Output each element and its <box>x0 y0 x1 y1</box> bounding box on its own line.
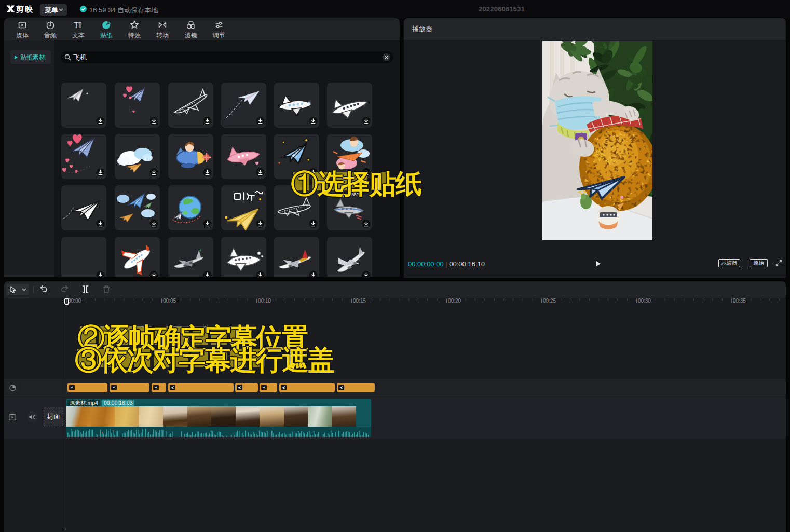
svg-text:TI: TI <box>74 21 81 30</box>
